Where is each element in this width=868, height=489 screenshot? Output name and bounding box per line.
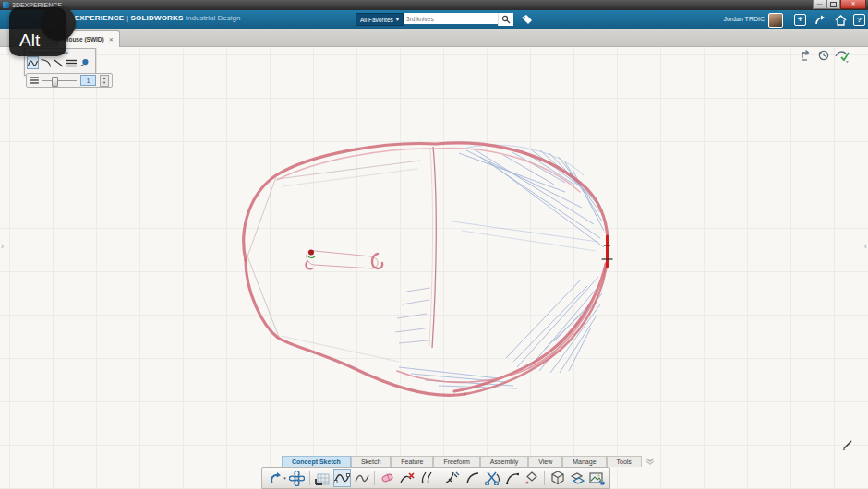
separator	[374, 471, 375, 485]
app-topbar: 3DEXPERIENCE | SOLIDWORKS Industrial Des…	[0, 10, 868, 29]
line-tool-button[interactable]	[53, 56, 65, 69]
tab-freeform[interactable]: Freeform	[433, 456, 479, 467]
edition-label: Industrial Design	[186, 14, 241, 22]
search-bar: All Favorites ▾	[356, 13, 533, 26]
undo-icon	[268, 471, 283, 485]
app-icon	[3, 2, 9, 8]
blend-curve-icon	[445, 471, 460, 484]
freehand-spline-icon	[355, 472, 369, 484]
cube-icon	[550, 471, 565, 485]
undo-dropdown-icon[interactable]: ▾	[283, 475, 286, 481]
separator	[440, 471, 440, 485]
right-panel-expander[interactable]: ‹	[864, 242, 867, 251]
stroke-width-slider[interactable]	[42, 80, 77, 81]
split-curve-button[interactable]	[483, 469, 501, 487]
refresh-icon[interactable]	[800, 49, 813, 62]
eraser-icon	[380, 471, 394, 484]
search-input[interactable]	[404, 13, 498, 24]
document-tab-bar: Mouse (SWID) ✕	[0, 29, 868, 47]
freehand-spline-button[interactable]	[353, 469, 370, 487]
tag-icon	[521, 14, 533, 25]
chevron-down-icon: ▾	[396, 16, 399, 23]
tag-button[interactable]	[521, 13, 533, 26]
fillet-arc-icon	[466, 472, 479, 484]
tab-feature[interactable]: Feature	[391, 456, 433, 467]
planes-icon	[570, 471, 585, 485]
style-list-button[interactable]	[66, 56, 78, 69]
user-name[interactable]: Jordan TRDIC	[723, 16, 765, 22]
cube-button[interactable]	[549, 469, 566, 487]
sketch-grid-button[interactable]	[314, 469, 332, 487]
home-icon	[835, 15, 847, 26]
tab-sketch[interactable]: Sketch	[351, 456, 391, 467]
left-panel-expander[interactable]: ›	[1, 242, 4, 251]
canvas-quick-actions	[800, 49, 851, 64]
undo-button[interactable]	[266, 469, 283, 487]
sketch-canvas[interactable]	[0, 46, 868, 489]
tab-close-icon[interactable]: ✕	[109, 36, 114, 42]
control-point-button[interactable]	[523, 469, 540, 487]
stroke-width-input[interactable]	[80, 75, 96, 86]
control-point-icon	[524, 471, 538, 484]
trim-curve-button[interactable]	[398, 469, 416, 487]
line-styles-icon	[66, 59, 77, 67]
planes-button[interactable]	[569, 469, 586, 487]
tab-assembly[interactable]: Assembly	[480, 456, 528, 467]
arc-button[interactable]	[503, 469, 521, 487]
insert-image-button[interactable]	[588, 469, 606, 487]
application-window: 3DEXPERIENCE — ✕ 3DEXPERIENCE | SOLIDWOR…	[0, 0, 868, 489]
offset-curve-button[interactable]	[418, 469, 436, 487]
trim-icon	[400, 471, 416, 484]
insert-image-icon	[589, 471, 605, 485]
stroke-list-icon[interactable]	[30, 77, 39, 84]
arc-tool-button[interactable]	[40, 56, 52, 69]
tab-tools[interactable]: Tools	[607, 456, 642, 467]
pencil-cursor-icon	[841, 439, 853, 451]
compass-icon	[289, 471, 305, 486]
home-button[interactable]	[834, 13, 848, 27]
action-bar-tabs: Concept Sketch Sketch Feature Freeform A…	[282, 455, 658, 467]
help-button[interactable]: ?	[852, 13, 866, 27]
close-button[interactable]: ✕	[840, 0, 866, 9]
tab-view[interactable]: View	[528, 456, 562, 467]
question-icon: ?	[853, 14, 865, 26]
history-icon[interactable]	[817, 49, 830, 62]
window-titlebar: 3DEXPERIENCE — ✕	[0, 0, 868, 10]
line-icon	[54, 59, 64, 67]
spline-icon	[28, 59, 38, 67]
more-tabs-chevron-icon[interactable]	[642, 458, 658, 467]
approve-icon[interactable]	[835, 49, 851, 64]
separator	[544, 471, 545, 485]
spline-tool-button[interactable]	[27, 56, 39, 69]
share-arrow-icon	[814, 15, 826, 26]
spline-button[interactable]	[333, 469, 351, 487]
user-avatar[interactable]	[768, 13, 783, 28]
arc-icon	[506, 472, 519, 484]
offset-curve-icon	[420, 471, 433, 484]
tab-concept-sketch[interactable]: Concept Sketch	[282, 456, 351, 467]
brand-title: 3DEXPERIENCE | SOLIDWORKS Industrial Des…	[65, 14, 240, 22]
point-tool-button[interactable]	[78, 56, 90, 69]
add-content-button[interactable]: +	[793, 13, 807, 27]
tab-manage[interactable]: Manage	[562, 456, 606, 467]
compass-button[interactable]	[288, 469, 306, 487]
separator	[309, 471, 310, 485]
slider-handle[interactable]	[52, 77, 58, 87]
scissors-icon	[484, 471, 500, 485]
fillet-arc-button[interactable]	[464, 469, 481, 487]
search-scope-dropdown[interactable]: All Favorites ▾	[356, 13, 404, 26]
minimize-button[interactable]: —	[813, 0, 826, 9]
share-button[interactable]	[814, 13, 827, 27]
point-icon	[79, 58, 90, 67]
stroke-width-stepper[interactable]: ▲ ▼	[100, 75, 109, 87]
maximize-button[interactable]	[826, 0, 840, 9]
stepper-down-icon[interactable]: ▼	[101, 80, 108, 86]
blend-curve-button[interactable]	[444, 469, 462, 487]
search-button[interactable]	[498, 13, 513, 26]
alt-key-overlay: Alt	[9, 7, 66, 56]
arc-icon	[41, 59, 51, 67]
eraser-button[interactable]	[379, 469, 396, 487]
document-tab-label: Mouse (SWID)	[64, 36, 104, 42]
search-icon	[501, 15, 511, 24]
alt-key-label: Alt	[19, 30, 40, 51]
